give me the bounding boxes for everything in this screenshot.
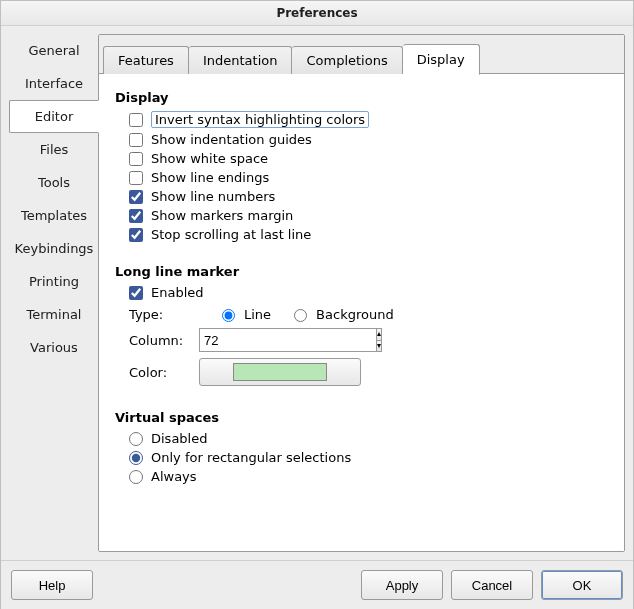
sidebar-item-label: Printing — [29, 274, 79, 289]
radio-label: Always — [151, 469, 197, 484]
radio-vs-disabled-wrap[interactable]: Disabled — [129, 431, 608, 446]
spin-down-button[interactable]: ▾ — [376, 341, 382, 353]
option-indentation-guides[interactable]: Show indentation guides — [129, 132, 608, 147]
option-line-numbers[interactable]: Show line numbers — [129, 189, 608, 204]
button-label: Help — [39, 578, 66, 593]
sidebar-item-label: Files — [40, 142, 69, 157]
option-markers-margin[interactable]: Show markers margin — [129, 208, 608, 223]
tab-body-display: Display Invert syntax highlighting color… — [99, 74, 624, 551]
option-label: Show markers margin — [151, 208, 293, 223]
option-label: Show white space — [151, 151, 268, 166]
preferences-window: Preferences General Interface Editor Fil… — [0, 0, 634, 609]
help-button[interactable]: Help — [11, 570, 93, 600]
radio-type-line[interactable] — [222, 309, 235, 322]
row-long-line-type: Type: Line Background — [129, 306, 608, 322]
cancel-button[interactable]: Cancel — [451, 570, 533, 600]
ok-button[interactable]: OK — [541, 570, 623, 600]
radio-type-line-wrap[interactable]: Line — [217, 306, 271, 322]
sidebar-item-label: Tools — [38, 175, 70, 190]
checkbox-stop-scrolling[interactable] — [129, 228, 143, 242]
button-label: Apply — [386, 578, 419, 593]
sidebar-item-printing[interactable]: Printing — [9, 265, 99, 298]
button-label: Cancel — [472, 578, 512, 593]
tab-label: Completions — [306, 53, 387, 68]
tab-label: Display — [417, 52, 465, 67]
tab-bar: Features Indentation Completions Display — [99, 35, 624, 74]
option-label: Enabled — [151, 285, 204, 300]
tab-completions[interactable]: Completions — [292, 46, 402, 74]
radio-vs-always[interactable] — [129, 470, 143, 484]
row-long-line-color: Color: — [129, 358, 608, 386]
option-label: Stop scrolling at last line — [151, 227, 311, 242]
option-label: Show line numbers — [151, 189, 275, 204]
option-label: Show line endings — [151, 170, 269, 185]
sidebar-item-files[interactable]: Files — [9, 133, 99, 166]
checkbox-long-line-enabled[interactable] — [129, 286, 143, 300]
sidebar-item-interface[interactable]: Interface — [9, 67, 99, 100]
spin-buttons: ▴ ▾ — [376, 328, 382, 352]
radio-label: Background — [316, 307, 394, 322]
sidebar-item-terminal[interactable]: Terminal — [9, 298, 99, 331]
option-line-endings[interactable]: Show line endings — [129, 170, 608, 185]
tab-indentation[interactable]: Indentation — [189, 46, 293, 74]
label-type: Type: — [129, 307, 199, 322]
checkbox-indentation-guides[interactable] — [129, 133, 143, 147]
checkbox-markers-margin[interactable] — [129, 209, 143, 223]
apply-button[interactable]: Apply — [361, 570, 443, 600]
option-long-line-enabled[interactable]: Enabled — [129, 285, 608, 300]
sidebar-item-tools[interactable]: Tools — [9, 166, 99, 199]
sidebar-item-general[interactable]: General — [9, 34, 99, 67]
dialog-footer: Help Apply Cancel OK — [1, 560, 633, 609]
radio-label: Disabled — [151, 431, 207, 446]
radio-vs-rectangular-wrap[interactable]: Only for rectangular selections — [129, 450, 608, 465]
group-title-virtual-spaces: Virtual spaces — [115, 410, 608, 425]
sidebar-item-label: General — [28, 43, 79, 58]
color-swatch — [233, 363, 327, 381]
option-white-space[interactable]: Show white space — [129, 151, 608, 166]
sidebar-item-various[interactable]: Various — [9, 331, 99, 364]
sidebar-item-label: Terminal — [27, 307, 82, 322]
sidebar-item-keybindings[interactable]: Keybindings — [9, 232, 99, 265]
sidebar-item-label: Various — [30, 340, 78, 355]
color-button[interactable] — [199, 358, 361, 386]
option-stop-scrolling[interactable]: Stop scrolling at last line — [129, 227, 608, 242]
radio-vs-disabled[interactable] — [129, 432, 143, 446]
input-column[interactable] — [199, 328, 376, 352]
option-invert-colors[interactable]: Invert syntax highlighting colors — [129, 111, 608, 128]
tab-display[interactable]: Display — [403, 44, 480, 75]
sidebar-item-label: Keybindings — [15, 241, 94, 256]
checkbox-line-numbers[interactable] — [129, 190, 143, 204]
row-long-line-column: Column: ▴ ▾ — [129, 328, 608, 352]
radio-vs-always-wrap[interactable]: Always — [129, 469, 608, 484]
content-frame: Features Indentation Completions Display… — [98, 34, 625, 552]
sidebar-item-label: Interface — [25, 76, 83, 91]
radio-type-background-wrap[interactable]: Background — [289, 306, 394, 322]
option-label: Invert syntax highlighting colors — [151, 111, 369, 128]
checkbox-line-endings[interactable] — [129, 171, 143, 185]
tab-label: Indentation — [203, 53, 278, 68]
sidebar-item-label: Templates — [21, 208, 87, 223]
radio-vs-rectangular[interactable] — [129, 451, 143, 465]
label-color: Color: — [129, 365, 199, 380]
window-body: General Interface Editor Files Tools Tem… — [1, 26, 633, 609]
button-label: OK — [573, 578, 592, 593]
tab-label: Features — [118, 53, 174, 68]
spin-column: ▴ ▾ — [199, 328, 359, 352]
sidebar-item-editor[interactable]: Editor — [9, 100, 99, 133]
checkbox-invert-colors[interactable] — [129, 113, 143, 127]
option-label: Show indentation guides — [151, 132, 312, 147]
category-sidebar: General Interface Editor Files Tools Tem… — [9, 34, 99, 552]
checkbox-white-space[interactable] — [129, 152, 143, 166]
window-title: Preferences — [1, 1, 633, 26]
radio-label: Line — [244, 307, 271, 322]
label-column: Column: — [129, 333, 199, 348]
sidebar-item-templates[interactable]: Templates — [9, 199, 99, 232]
radio-label: Only for rectangular selections — [151, 450, 351, 465]
sidebar-item-label: Editor — [35, 109, 73, 124]
radio-type-background[interactable] — [294, 309, 307, 322]
spin-up-button[interactable]: ▴ — [376, 328, 382, 341]
main-area: General Interface Editor Files Tools Tem… — [1, 26, 633, 560]
tab-features[interactable]: Features — [103, 46, 189, 74]
group-title-display: Display — [115, 90, 608, 105]
group-title-long-line: Long line marker — [115, 264, 608, 279]
